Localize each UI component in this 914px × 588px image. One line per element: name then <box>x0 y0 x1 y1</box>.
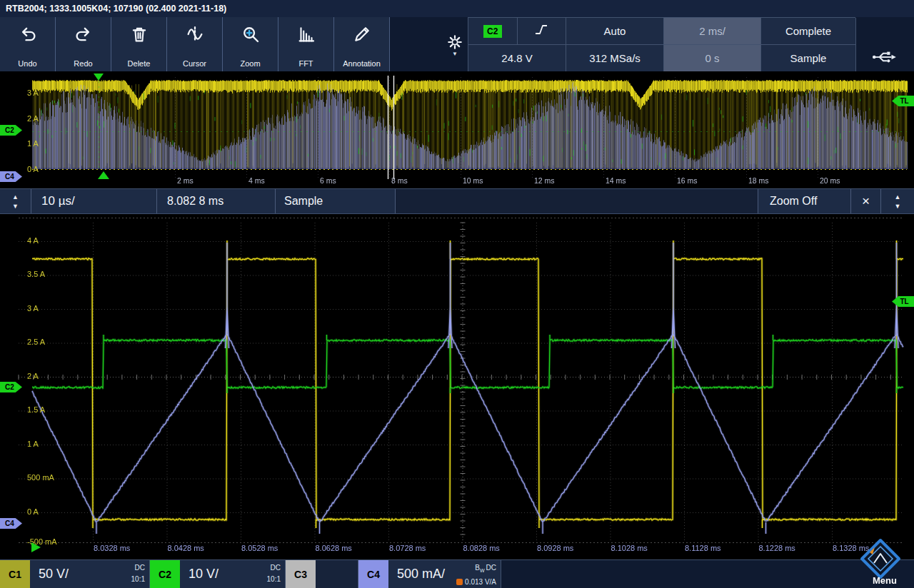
toolbar-button-label: Zoom <box>240 59 260 68</box>
overview-y-axis-label: 2 A <box>27 114 39 123</box>
gear-icon <box>447 34 463 50</box>
timebase-scale-cell[interactable]: 2 ms/ <box>664 18 761 45</box>
channel-badge: C3 <box>286 560 316 588</box>
channel-badge: C2 <box>150 560 180 588</box>
delete-icon <box>129 24 150 45</box>
channel-scale: 10 V/ <box>189 560 219 588</box>
channel-probe: 0.013 V/A <box>465 578 496 586</box>
zoom-toolbar: ▲ ▼ 10 µs/ 8.082 8 ms Sample Zoom Off × … <box>0 188 914 214</box>
overview-x-axis-label: 10 ms <box>463 176 483 186</box>
channel-bar: C150 V/DC10:1C210 V/DC10:1C3C4500 mA/BWD… <box>0 559 914 588</box>
redo-icon <box>73 24 94 45</box>
main-x-axis-label: 8.1128 ms <box>685 544 721 553</box>
stepper-up-icon: ▲ <box>12 193 19 201</box>
oscilloscope-screen: RTB2004; 1333.1005K04; 107190 (02.400 20… <box>0 0 914 588</box>
zoom-close-button[interactable]: × <box>851 189 881 213</box>
sample-rate-cell[interactable]: 312 MSa/s <box>566 45 664 72</box>
main-y-axis-label: 500 mA <box>27 473 54 482</box>
channel-badge: C1 <box>0 560 30 588</box>
delete-button[interactable]: Delete <box>111 17 167 71</box>
channel-info: DC10:1 <box>131 562 145 585</box>
toolbar-button-label: Annotation <box>343 59 381 68</box>
overview-x-axis-label: 4 ms <box>248 176 265 186</box>
main-x-axis-label: 8.0628 ms <box>316 544 352 553</box>
main-y-axis-label: 0 A <box>27 507 39 517</box>
trigger-source-cell: C2 <box>468 18 566 45</box>
cursor-icon <box>184 24 206 45</box>
overview-x-axis-label: 8 ms <box>391 176 408 186</box>
overview-x-axis-label: 20 ms <box>820 176 840 186</box>
main-y-axis-label: 1.5 A <box>27 405 45 415</box>
zoom-position-button[interactable]: 8.082 8 ms <box>157 189 276 213</box>
chevron-down-icon: ▼ <box>452 51 458 57</box>
channel-info: BWDC0.013 V/A <box>456 562 496 588</box>
fft-button[interactable]: FFT <box>278 17 334 71</box>
redo-button[interactable]: Redo <box>56 17 111 71</box>
main-y-axis-label: 2 A <box>27 372 39 381</box>
overview-x-axis-label: 14 ms <box>606 176 626 186</box>
zoom-waveform[interactable] <box>0 214 914 559</box>
main-x-axis-label: 8.1028 ms <box>611 544 648 553</box>
main-x-axis-label: 8.0428 ms <box>168 544 204 553</box>
channel-c1-button[interactable]: C150 V/DC10:1 <box>0 560 150 588</box>
overview-waveform[interactable] <box>0 71 914 188</box>
menu-area: Menu <box>854 534 914 588</box>
annotation-button[interactable]: Annotation <box>334 17 390 71</box>
main-x-axis-label: 8.0828 ms <box>463 544 500 553</box>
trigger-level-cell[interactable]: 24.8 V <box>468 45 566 72</box>
cursor-button[interactable]: Cursor <box>167 17 223 71</box>
main-x-axis-label: 8.0328 ms <box>94 544 130 553</box>
toolbar-button-label: FFT <box>298 59 313 68</box>
toolbar-button-label: Undo <box>18 59 36 68</box>
trigger-mode-cell[interactable]: Auto <box>566 18 664 45</box>
main-x-axis-label: 8.0528 ms <box>241 544 278 553</box>
toolbar-buttons: UndoRedoDeleteCursorZoomFFTAnnotation <box>0 17 390 71</box>
rohde-schwarz-logo[interactable] <box>860 538 901 579</box>
channel-c4-button[interactable]: C4500 mA/BWDC0.013 V/A <box>358 560 501 588</box>
annotation-icon <box>351 24 373 45</box>
overview-y-axis-label: 3 A <box>27 88 39 98</box>
trigger-slope-icon <box>533 21 550 41</box>
main-y-axis-label: 4 A <box>27 236 39 245</box>
trigger-source-badge: C2 <box>483 25 502 38</box>
channel-probe: 10:1 <box>131 575 145 583</box>
acquisition-status-cell[interactable]: Complete <box>761 18 856 45</box>
overview-y-axis-label: 1 A <box>27 139 39 148</box>
channel-c3-button[interactable]: C3 <box>286 560 358 588</box>
trigger-source-button[interactable]: C2 <box>468 18 518 44</box>
zoom-scale-button[interactable]: 10 µs/ <box>31 189 157 213</box>
main-y-axis-label: 2.5 A <box>27 338 45 347</box>
zoom-off-button[interactable]: Zoom Off <box>758 189 851 213</box>
zoom-position-stepper[interactable]: ▲ ▼ <box>881 189 914 213</box>
toolbar-button-label: Delete <box>128 59 151 68</box>
probe-warning-icon <box>456 579 463 585</box>
main-x-axis-label: 8.1228 ms <box>759 544 795 553</box>
zoom-button[interactable]: Zoom <box>223 17 278 71</box>
horizontal-position-cell[interactable]: 0 s <box>664 45 761 72</box>
undo-button[interactable]: Undo <box>0 17 56 71</box>
overview-x-axis-label: 2 ms <box>177 176 194 186</box>
trigger-position-marker[interactable] <box>31 542 41 552</box>
overview-waveform-panel: C2 C4 TL 3 A2 A1 A0 A2 ms4 ms6 ms8 ms10 … <box>0 71 914 188</box>
channel-info: DC10:1 <box>267 562 281 585</box>
menu-button[interactable]: Menu <box>873 575 913 586</box>
fft-icon <box>296 24 317 45</box>
acquisition-mode-cell[interactable]: Sample <box>761 45 856 72</box>
toolbar: UndoRedoDeleteCursorZoomFFTAnnotation ▼ … <box>0 17 914 71</box>
zoom-icon <box>240 24 261 45</box>
zoom-toolbar-spacer <box>396 189 758 213</box>
channel-badge: C4 <box>358 560 388 588</box>
trigger-slope-button[interactable] <box>518 18 566 44</box>
channel-cells: C150 V/DC10:1C210 V/DC10:1C3C4500 mA/BWD… <box>0 560 501 588</box>
channel-scale: 50 V/ <box>39 560 69 588</box>
main-y-axis-label: 3.5 A <box>27 270 45 279</box>
zoom-scale-stepper[interactable]: ▲ ▼ <box>0 189 31 213</box>
zoom-waveform-panel: C2 C4 TL 4 A3.5 A3 A2.5 A2 A1.5 A1 A500 … <box>0 214 914 559</box>
toolbar-button-label: Cursor <box>183 59 206 68</box>
channel-c2-button[interactable]: C210 V/DC10:1 <box>150 560 286 588</box>
status-panel: C2 Auto 2 ms/ Complete 24.8 V 312 MSa/s … <box>468 17 855 71</box>
stepper-down-icon: ▼ <box>12 203 19 210</box>
main-y-axis-label: 3 A <box>27 304 39 313</box>
zoom-acquisition-mode[interactable]: Sample <box>276 189 396 213</box>
main-y-axis-label: 1 A <box>27 440 39 449</box>
